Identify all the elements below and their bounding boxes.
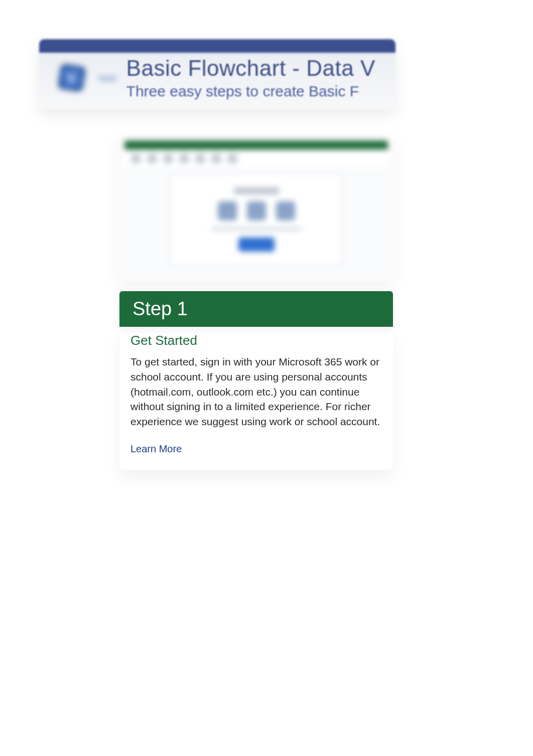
page-title: Basic Flowchart - Data V [126,56,375,81]
step-subtitle: Get Started [130,333,382,348]
visio-label: Visio [98,74,116,82]
svg-text:V: V [67,71,77,86]
step-number-bar: Step 1 [119,291,393,327]
page-subtitle: Three easy steps to create Basic F [126,83,375,100]
header: V Visio Basic Flowchart - Data V Three e… [39,46,395,109]
step-thumbnail [119,136,393,281]
step-card: Step 1 Get Started To get started, sign … [119,136,393,470]
step-body: Get Started To get started, sign in with… [119,327,393,470]
learn-more-link[interactable]: Learn More [130,443,182,455]
visio-icon: V [49,55,94,100]
step-description: To get started, sign in with your Micros… [130,354,382,429]
